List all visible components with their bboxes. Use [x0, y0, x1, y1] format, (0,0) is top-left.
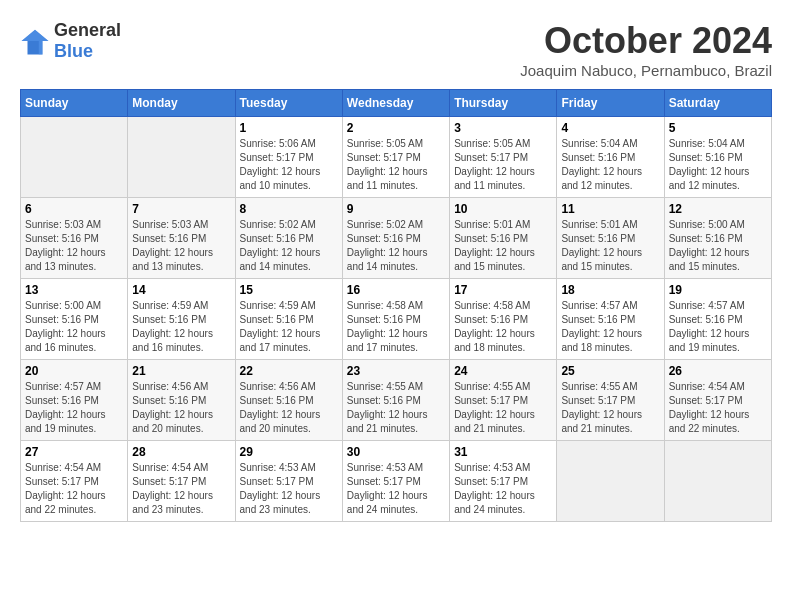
day-number: 7: [132, 202, 230, 216]
day-detail: Sunrise: 4:57 AMSunset: 5:16 PMDaylight:…: [669, 299, 767, 355]
calendar-cell: 26Sunrise: 4:54 AMSunset: 5:17 PMDayligh…: [664, 360, 771, 441]
calendar-week-4: 20Sunrise: 4:57 AMSunset: 5:16 PMDayligh…: [21, 360, 772, 441]
calendar-cell: 17Sunrise: 4:58 AMSunset: 5:16 PMDayligh…: [450, 279, 557, 360]
day-detail: Sunrise: 5:02 AMSunset: 5:16 PMDaylight:…: [347, 218, 445, 274]
day-detail: Sunrise: 5:03 AMSunset: 5:16 PMDaylight:…: [25, 218, 123, 274]
calendar-cell: [557, 441, 664, 522]
day-detail: Sunrise: 4:59 AMSunset: 5:16 PMDaylight:…: [240, 299, 338, 355]
day-number: 8: [240, 202, 338, 216]
calendar-header: SundayMondayTuesdayWednesdayThursdayFrid…: [21, 90, 772, 117]
day-detail: Sunrise: 4:54 AMSunset: 5:17 PMDaylight:…: [25, 461, 123, 517]
day-number: 23: [347, 364, 445, 378]
day-detail: Sunrise: 5:02 AMSunset: 5:16 PMDaylight:…: [240, 218, 338, 274]
logo-general: General: [54, 20, 121, 40]
day-number: 25: [561, 364, 659, 378]
calendar-cell: 31Sunrise: 4:53 AMSunset: 5:17 PMDayligh…: [450, 441, 557, 522]
day-detail: Sunrise: 4:57 AMSunset: 5:16 PMDaylight:…: [25, 380, 123, 436]
day-number: 10: [454, 202, 552, 216]
day-number: 14: [132, 283, 230, 297]
day-detail: Sunrise: 4:54 AMSunset: 5:17 PMDaylight:…: [132, 461, 230, 517]
calendar-cell: 10Sunrise: 5:01 AMSunset: 5:16 PMDayligh…: [450, 198, 557, 279]
calendar-cell: [128, 117, 235, 198]
day-number: 5: [669, 121, 767, 135]
day-detail: Sunrise: 5:04 AMSunset: 5:16 PMDaylight:…: [669, 137, 767, 193]
day-detail: Sunrise: 5:01 AMSunset: 5:16 PMDaylight:…: [561, 218, 659, 274]
weekday-header-thursday: Thursday: [450, 90, 557, 117]
calendar-cell: [21, 117, 128, 198]
calendar-cell: 9Sunrise: 5:02 AMSunset: 5:16 PMDaylight…: [342, 198, 449, 279]
calendar-cell: 16Sunrise: 4:58 AMSunset: 5:16 PMDayligh…: [342, 279, 449, 360]
calendar-cell: 21Sunrise: 4:56 AMSunset: 5:16 PMDayligh…: [128, 360, 235, 441]
weekday-header-row: SundayMondayTuesdayWednesdayThursdayFrid…: [21, 90, 772, 117]
day-detail: Sunrise: 4:55 AMSunset: 5:17 PMDaylight:…: [454, 380, 552, 436]
weekday-header-friday: Friday: [557, 90, 664, 117]
logo: General Blue: [20, 20, 121, 62]
calendar-body: 1Sunrise: 5:06 AMSunset: 5:17 PMDaylight…: [21, 117, 772, 522]
day-number: 17: [454, 283, 552, 297]
day-number: 15: [240, 283, 338, 297]
day-number: 21: [132, 364, 230, 378]
logo-icon: [20, 26, 50, 56]
page-header: General Blue October 2024 Joaquim Nabuco…: [20, 20, 772, 79]
calendar-week-2: 6Sunrise: 5:03 AMSunset: 5:16 PMDaylight…: [21, 198, 772, 279]
day-detail: Sunrise: 4:55 AMSunset: 5:17 PMDaylight:…: [561, 380, 659, 436]
calendar-cell: 7Sunrise: 5:03 AMSunset: 5:16 PMDaylight…: [128, 198, 235, 279]
day-number: 12: [669, 202, 767, 216]
day-number: 6: [25, 202, 123, 216]
day-detail: Sunrise: 5:01 AMSunset: 5:16 PMDaylight:…: [454, 218, 552, 274]
calendar-cell: [664, 441, 771, 522]
day-detail: Sunrise: 4:59 AMSunset: 5:16 PMDaylight:…: [132, 299, 230, 355]
calendar-cell: 28Sunrise: 4:54 AMSunset: 5:17 PMDayligh…: [128, 441, 235, 522]
weekday-header-monday: Monday: [128, 90, 235, 117]
day-number: 20: [25, 364, 123, 378]
day-detail: Sunrise: 5:03 AMSunset: 5:16 PMDaylight:…: [132, 218, 230, 274]
day-number: 30: [347, 445, 445, 459]
calendar-cell: 11Sunrise: 5:01 AMSunset: 5:16 PMDayligh…: [557, 198, 664, 279]
day-detail: Sunrise: 5:05 AMSunset: 5:17 PMDaylight:…: [454, 137, 552, 193]
weekday-header-saturday: Saturday: [664, 90, 771, 117]
day-detail: Sunrise: 4:56 AMSunset: 5:16 PMDaylight:…: [240, 380, 338, 436]
day-detail: Sunrise: 5:04 AMSunset: 5:16 PMDaylight:…: [561, 137, 659, 193]
day-number: 27: [25, 445, 123, 459]
calendar-cell: 23Sunrise: 4:55 AMSunset: 5:16 PMDayligh…: [342, 360, 449, 441]
calendar-cell: 25Sunrise: 4:55 AMSunset: 5:17 PMDayligh…: [557, 360, 664, 441]
day-number: 18: [561, 283, 659, 297]
day-number: 3: [454, 121, 552, 135]
calendar-cell: 6Sunrise: 5:03 AMSunset: 5:16 PMDaylight…: [21, 198, 128, 279]
calendar-cell: 13Sunrise: 5:00 AMSunset: 5:16 PMDayligh…: [21, 279, 128, 360]
day-number: 11: [561, 202, 659, 216]
calendar-cell: 12Sunrise: 5:00 AMSunset: 5:16 PMDayligh…: [664, 198, 771, 279]
calendar-week-5: 27Sunrise: 4:54 AMSunset: 5:17 PMDayligh…: [21, 441, 772, 522]
day-number: 16: [347, 283, 445, 297]
month-title: October 2024: [520, 20, 772, 62]
calendar-cell: 2Sunrise: 5:05 AMSunset: 5:17 PMDaylight…: [342, 117, 449, 198]
calendar-cell: 15Sunrise: 4:59 AMSunset: 5:16 PMDayligh…: [235, 279, 342, 360]
day-number: 31: [454, 445, 552, 459]
calendar-cell: 20Sunrise: 4:57 AMSunset: 5:16 PMDayligh…: [21, 360, 128, 441]
calendar-cell: 3Sunrise: 5:05 AMSunset: 5:17 PMDaylight…: [450, 117, 557, 198]
calendar-table: SundayMondayTuesdayWednesdayThursdayFrid…: [20, 89, 772, 522]
day-number: 4: [561, 121, 659, 135]
day-detail: Sunrise: 4:53 AMSunset: 5:17 PMDaylight:…: [240, 461, 338, 517]
day-detail: Sunrise: 4:57 AMSunset: 5:16 PMDaylight:…: [561, 299, 659, 355]
calendar-cell: 22Sunrise: 4:56 AMSunset: 5:16 PMDayligh…: [235, 360, 342, 441]
day-detail: Sunrise: 4:56 AMSunset: 5:16 PMDaylight:…: [132, 380, 230, 436]
logo-text: General Blue: [54, 20, 121, 62]
calendar-cell: 19Sunrise: 4:57 AMSunset: 5:16 PMDayligh…: [664, 279, 771, 360]
day-detail: Sunrise: 4:54 AMSunset: 5:17 PMDaylight:…: [669, 380, 767, 436]
weekday-header-wednesday: Wednesday: [342, 90, 449, 117]
calendar-cell: 14Sunrise: 4:59 AMSunset: 5:16 PMDayligh…: [128, 279, 235, 360]
calendar-cell: 30Sunrise: 4:53 AMSunset: 5:17 PMDayligh…: [342, 441, 449, 522]
calendar-cell: 18Sunrise: 4:57 AMSunset: 5:16 PMDayligh…: [557, 279, 664, 360]
location: Joaquim Nabuco, Pernambuco, Brazil: [520, 62, 772, 79]
day-detail: Sunrise: 5:05 AMSunset: 5:17 PMDaylight:…: [347, 137, 445, 193]
calendar-cell: 5Sunrise: 5:04 AMSunset: 5:16 PMDaylight…: [664, 117, 771, 198]
day-number: 2: [347, 121, 445, 135]
day-number: 22: [240, 364, 338, 378]
day-detail: Sunrise: 4:58 AMSunset: 5:16 PMDaylight:…: [454, 299, 552, 355]
weekday-header-tuesday: Tuesday: [235, 90, 342, 117]
day-detail: Sunrise: 4:53 AMSunset: 5:17 PMDaylight:…: [454, 461, 552, 517]
day-detail: Sunrise: 4:55 AMSunset: 5:16 PMDaylight:…: [347, 380, 445, 436]
day-number: 26: [669, 364, 767, 378]
title-block: October 2024 Joaquim Nabuco, Pernambuco,…: [520, 20, 772, 79]
